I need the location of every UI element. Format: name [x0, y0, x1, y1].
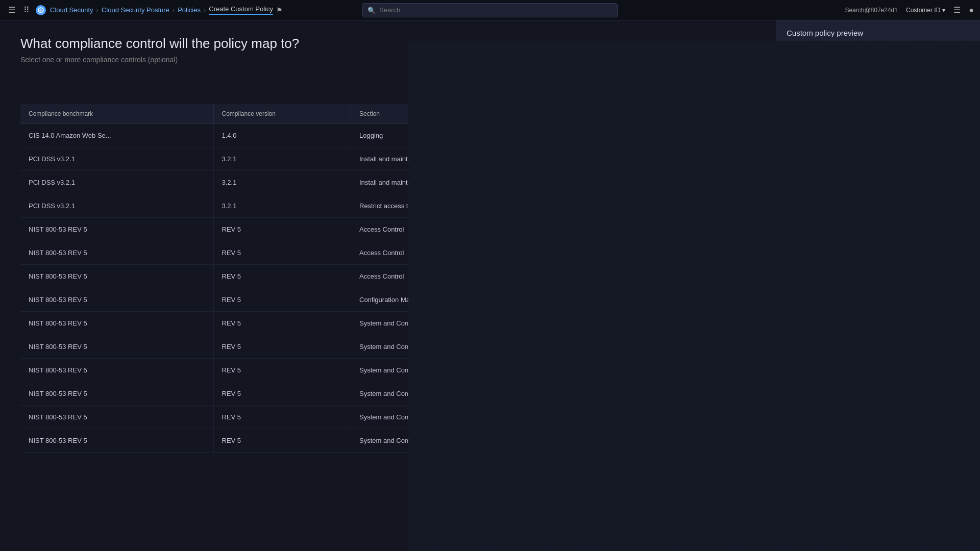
cell-benchmark: NIST 800-53 REV 5: [20, 241, 213, 265]
breadcrumb-sep-1: ›: [96, 6, 99, 14]
dots-icon[interactable]: ⠿: [21, 3, 32, 17]
cell-benchmark: CIS 14.0 Amazon Web Se...: [20, 124, 213, 147]
cell-version: REV 5: [213, 265, 351, 288]
hamburger-icon[interactable]: ☰: [6, 3, 17, 17]
breadcrumb: Cloud Security › Cloud Security Posture …: [50, 5, 283, 15]
search-icon: 🔍: [368, 6, 376, 14]
customer-id-chevron: ▾: [942, 7, 945, 14]
cell-benchmark: NIST 800-53 REV 5: [20, 382, 213, 406]
cell-version: REV 5: [213, 288, 351, 312]
breadcrumb-sep-3: ›: [204, 6, 206, 14]
customer-id[interactable]: Customer ID ▾: [906, 7, 945, 14]
cell-benchmark: NIST 800-53 REV 5: [20, 265, 213, 288]
customer-id-label: Customer ID: [906, 7, 940, 14]
cell-benchmark: PCI DSS v3.2.1: [20, 171, 213, 194]
app-logo: [36, 5, 46, 15]
cell-version: REV 5: [213, 406, 351, 429]
cell-version: REV 5: [213, 241, 351, 265]
col-benchmark: Compliance benchmark: [20, 104, 213, 124]
user-email: Search@807e24d1: [845, 7, 898, 14]
bookmark-icon[interactable]: ⚑: [276, 6, 283, 14]
breadcrumb-current: Create Custom Policy: [209, 5, 273, 15]
search-input[interactable]: [362, 3, 618, 17]
cell-version: REV 5: [213, 359, 351, 382]
cell-version: REV 5: [213, 218, 351, 241]
search-bar: 🔍: [362, 3, 618, 17]
cell-version: 1.4.0: [213, 124, 351, 147]
cell-benchmark: NIST 800-53 REV 5: [20, 359, 213, 382]
breadcrumb-policies[interactable]: Policies: [178, 6, 201, 14]
col-version: Compliance version: [213, 104, 351, 124]
topnav: ☰ ⠿ Cloud Security › Cloud Security Post…: [0, 0, 980, 20]
cell-benchmark: NIST 800-53 REV 5: [20, 429, 213, 453]
breadcrumb-cloud-security-posture[interactable]: Cloud Security Posture: [102, 6, 169, 14]
cell-version: REV 5: [213, 429, 351, 453]
bg-pattern: [408, 41, 980, 551]
cell-version: 3.2.1: [213, 147, 351, 171]
main-content: What compliance control will the policy …: [0, 20, 980, 551]
cell-benchmark: NIST 800-53 REV 5: [20, 218, 213, 241]
topnav-right: Search@807e24d1 Customer ID ▾ ☰ ●: [618, 5, 974, 15]
breadcrumb-cloud-security[interactable]: Cloud Security: [50, 6, 93, 14]
cell-version: REV 5: [213, 382, 351, 406]
user-icon[interactable]: ●: [969, 6, 974, 15]
cell-benchmark: PCI DSS v3.2.1: [20, 194, 213, 218]
topnav-left: ☰ ⠿ Cloud Security › Cloud Security Post…: [6, 3, 362, 17]
menu-icon[interactable]: ☰: [953, 5, 961, 15]
breadcrumb-sep-2: ›: [173, 6, 175, 14]
preview-title: Custom policy preview: [787, 29, 863, 37]
cell-version: 3.2.1: [213, 194, 351, 218]
cell-benchmark: NIST 800-53 REV 5: [20, 335, 213, 359]
cell-benchmark: NIST 800-53 REV 5: [20, 288, 213, 312]
cell-version: 3.2.1: [213, 171, 351, 194]
cell-benchmark: NIST 800-53 REV 5: [20, 312, 213, 335]
cell-benchmark: PCI DSS v3.2.1: [20, 147, 213, 171]
cell-version: REV 5: [213, 335, 351, 359]
cell-version: REV 5: [213, 312, 351, 335]
cell-benchmark: NIST 800-53 REV 5: [20, 406, 213, 429]
